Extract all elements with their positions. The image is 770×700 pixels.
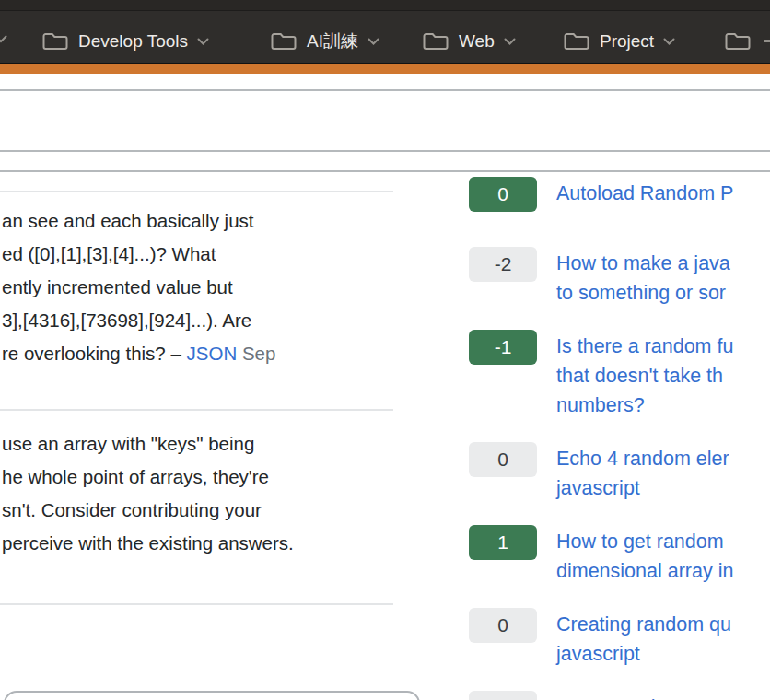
theme-accent-bar [0,64,770,74]
related-question: 0Creating random qujavascript [469,608,770,669]
comment-author-link[interactable]: JSON [187,343,238,364]
chevron-down-icon [663,38,675,45]
vote-score-badge: 0 [469,608,537,643]
folder-icon [422,30,449,52]
related-question-title-line[interactable]: dimensional array in [556,556,733,586]
related-question-link[interactable]: How to get randomdimensional array in [556,525,733,586]
related-question-title-line[interactable]: Autoload Random P [556,179,733,208]
comment-text-line: sn't. Consider contributing your [2,494,413,527]
vote-score-badge: -2 [469,247,537,282]
related-question-title-line[interactable]: numbers? [556,391,733,420]
comment-text-line: an see and each basically just [2,204,413,238]
related-question-title-line[interactable]: that doesn't take th [556,361,733,391]
related-question: 0Autoload Random P [469,177,770,212]
chevron-down-icon [197,38,209,45]
divider [0,191,393,192]
related-question-title-line[interactable]: Creating random qu [556,610,731,639]
bookmark-folder-develop-tools[interactable]: Develop Tools [41,28,209,55]
vote-score-badge: 1 [469,525,537,560]
comment-text-line: use an array with "keys" being [2,427,413,461]
comment-text-line: 3],[4316],[73698],[924]...). Are [2,304,413,337]
related-question-link[interactable]: Echo 4 random elerjavascript [556,442,729,503]
comment-text: re overlooking this? – [2,343,187,364]
divider [0,150,770,152]
chevron-down-icon [504,38,516,45]
comment-input-box[interactable] [4,691,420,700]
related-question-link[interactable]: How to make an au [556,691,727,700]
clipped-bookmark-fragment [764,40,770,42]
bookmark-folder-clipped[interactable] [724,28,752,55]
related-question: 5How to make an au [469,691,770,700]
bookmark-label: Project [600,31,654,52]
divider [0,170,770,172]
related-question-title-line[interactable]: How to make an au [556,693,727,700]
related-questions-list: 0Autoload Random P-2How to make a javato… [469,177,770,700]
comment-text-line: ently incremented value but [2,271,413,304]
folder-icon [270,30,298,52]
folder-icon [724,30,752,52]
bookmark-folder-project[interactable]: Project [563,28,675,55]
bookmark-folder-web[interactable]: Web [422,28,516,55]
related-question: -2How to make a javato something or sor [469,247,770,308]
vote-score-badge: 0 [469,177,537,212]
related-question-link[interactable]: Creating random qujavascript [556,608,731,669]
related-question-title-line[interactable]: How to get random [556,527,733,556]
divider [0,603,393,605]
bookmark-label: Develop Tools [78,31,188,52]
vote-score-badge: 0 [469,442,537,477]
comment-text-line: he whole point of arrays, they're [2,461,413,494]
comment-text-line: perceive with the existing answers. [2,527,413,560]
related-question-title-line[interactable]: to something or sor [556,278,730,308]
chevron-down-icon [368,38,379,45]
comment-text-line: ed ([0],[1],[3],[4]...)? What [2,238,413,271]
folder-icon [41,30,69,52]
vote-score-badge: 5 [469,691,537,700]
bookmark-label: AI訓練 [307,29,358,53]
comment-date: Sep [237,343,275,364]
related-question-title-line[interactable]: Is there a random fu [556,332,733,361]
related-question-title-line[interactable]: javascript [556,639,731,669]
related-question-link[interactable]: Autoload Random P [556,177,733,208]
comment-1: an see and each basically justed ([0],[1… [2,204,413,370]
comment-text-line: re overlooking this? – JSON Sep [2,337,413,370]
related-question-link[interactable]: Is there a random futhat doesn't take th… [556,330,733,420]
bookmarks-bar: Develop ToolsAI訓練WebProject [0,0,770,63]
bookmark-folder-ai訓練[interactable]: AI訓練 [270,28,379,55]
folder-icon [563,30,590,52]
tab-strip [0,0,770,11]
bookmark-label: Web [459,31,495,52]
chevron-down-icon[interactable] [0,35,7,43]
divider [0,87,770,88]
vote-score-badge: -1 [469,330,537,365]
related-question-title-line[interactable]: javascript [556,473,729,503]
related-question: 0Echo 4 random elerjavascript [469,442,770,503]
related-question-link[interactable]: How to make a javato something or sor [556,247,730,308]
related-question-title-line[interactable]: Echo 4 random eler [556,444,729,473]
divider [0,409,393,411]
related-question: -1Is there a random futhat doesn't take … [469,330,770,420]
comment-2: use an array with "keys" beinghe whole p… [2,427,413,560]
divider [0,89,770,91]
related-question-title-line[interactable]: How to make a java [556,249,730,278]
related-question: 1How to get randomdimensional array in [469,525,770,586]
